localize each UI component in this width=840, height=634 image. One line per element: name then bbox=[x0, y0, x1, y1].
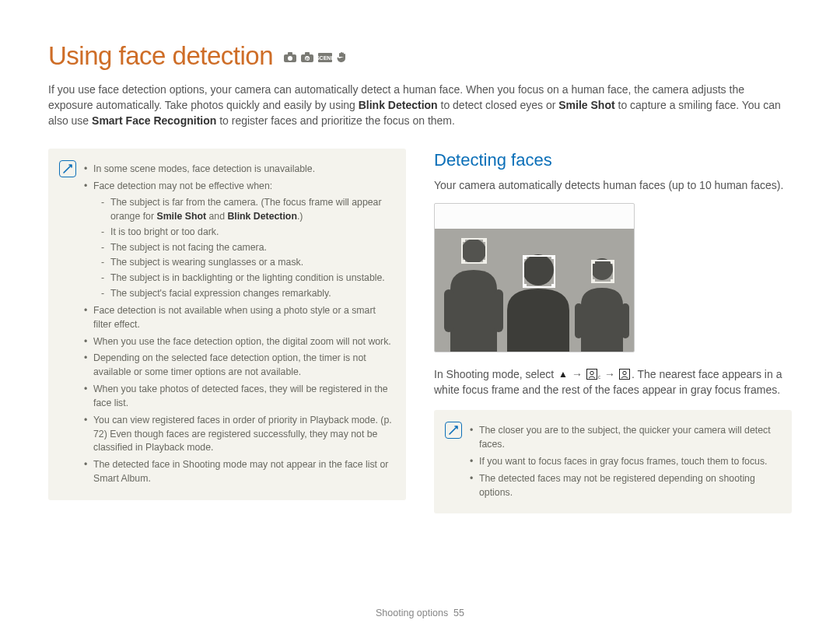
note-subitem: The subject's facial expression changes … bbox=[101, 287, 392, 301]
svg-rect-15 bbox=[621, 303, 629, 338]
svg-text:OFF: OFF bbox=[598, 375, 600, 380]
note-item: Face detection is not available when usi… bbox=[84, 304, 392, 332]
left-note-box: In some scene modes, face detection is u… bbox=[48, 149, 406, 499]
svg-rect-16 bbox=[586, 370, 597, 380]
arrow-icon: → bbox=[602, 368, 618, 380]
svg-point-17 bbox=[590, 372, 593, 375]
section-heading: Detecting faces bbox=[434, 149, 792, 172]
svg-rect-1 bbox=[288, 52, 292, 55]
note-item: The detected face in Shooting mode may n… bbox=[84, 458, 392, 486]
svg-point-20 bbox=[623, 372, 626, 375]
svg-text:SCENE: SCENE bbox=[318, 55, 332, 61]
left-note-list: In some scene modes, face detection is u… bbox=[84, 159, 392, 489]
note-icon bbox=[445, 422, 462, 439]
camera-icon bbox=[284, 51, 296, 66]
svg-rect-11 bbox=[494, 289, 503, 332]
focus-frame-gray bbox=[461, 238, 487, 264]
note-item: You can view registered faces in order o… bbox=[84, 414, 392, 455]
face-detection-figure bbox=[434, 203, 635, 352]
intro-paragraph: If you use face detection options, your … bbox=[48, 82, 792, 129]
note-item: The detected faces may not be registered… bbox=[470, 472, 778, 500]
mode-icons: P SCENE bbox=[284, 51, 347, 67]
svg-point-2 bbox=[288, 56, 292, 61]
note-subitem: The subject is not facing the camera. bbox=[101, 241, 392, 255]
right-note-box: The closer you are to the subject, the q… bbox=[434, 410, 792, 513]
note-subitem: It is too bright or too dark. bbox=[101, 226, 392, 240]
svg-rect-19 bbox=[619, 370, 629, 380]
focus-frame-gray bbox=[591, 260, 614, 283]
svg-rect-4 bbox=[305, 52, 310, 55]
face-on-icon bbox=[618, 368, 632, 381]
section-intro: Your camera automatically detects human … bbox=[434, 178, 792, 194]
note-icon bbox=[59, 160, 76, 177]
svg-text:P: P bbox=[306, 57, 309, 61]
face-off-icon: OFF bbox=[585, 368, 602, 381]
note-subitem: The subject is far from the camera. (The… bbox=[101, 196, 392, 224]
scene-icon: SCENE bbox=[318, 51, 332, 66]
svg-rect-10 bbox=[444, 289, 453, 332]
focus-frame-white bbox=[523, 255, 555, 288]
svg-rect-14 bbox=[575, 303, 583, 338]
note-item: Depending on the selected face detection… bbox=[84, 352, 392, 380]
note-item: In some scene modes, face detection is u… bbox=[84, 163, 392, 177]
right-note-list: The closer you are to the subject, the q… bbox=[470, 421, 778, 503]
note-item: If you want to focus faces in gray focus… bbox=[470, 455, 778, 469]
page-title: Using face detection bbox=[48, 39, 273, 74]
note-subitem: The subject is in backlighting or the li… bbox=[101, 271, 392, 285]
note-item: When you use the face detection option, … bbox=[84, 335, 392, 349]
instruction-text: In Shooting mode, select ▲→OFF→. The nea… bbox=[434, 366, 792, 398]
page-footer: Shooting options 55 bbox=[48, 607, 792, 620]
note-item: When you take photos of detected faces, … bbox=[84, 383, 392, 411]
note-subitem: The subject is wearing sunglasses or a m… bbox=[101, 256, 392, 270]
up-icon: ▲ bbox=[557, 368, 569, 381]
hand-icon bbox=[337, 51, 347, 67]
note-item: The closer you are to the subject, the q… bbox=[470, 424, 778, 452]
camera-p-icon: P bbox=[301, 51, 313, 66]
arrow-icon: → bbox=[569, 368, 585, 380]
note-item: Face detection may not be effective when… bbox=[84, 180, 392, 301]
